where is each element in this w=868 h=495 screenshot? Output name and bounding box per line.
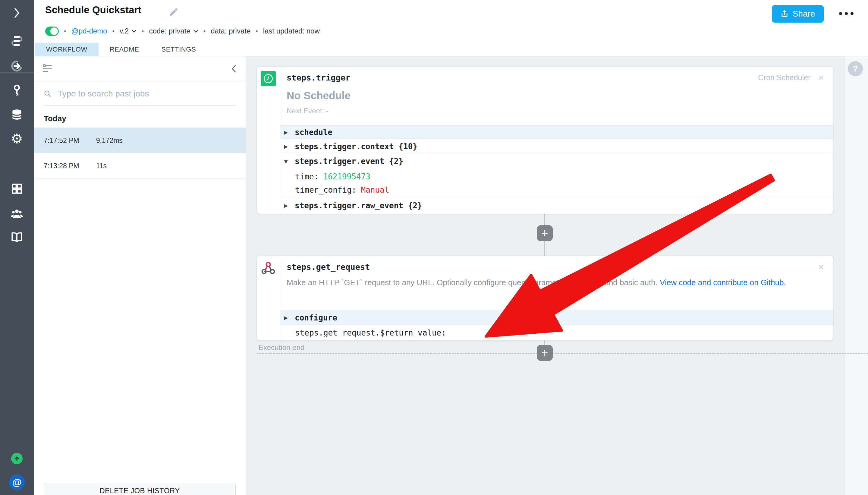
event-children: time: 1621995473 timer_config: Manual (280, 169, 833, 197)
tab-settings[interactable]: SETTINGS (151, 43, 207, 56)
more-menu-button[interactable] (839, 12, 853, 15)
version-label: v.2 (120, 27, 129, 35)
tree-row-context[interactable]: ▶ steps.trigger.context {10} (280, 139, 833, 154)
owner-link[interactable]: @pd-demo (71, 27, 107, 35)
tree-row-configure[interactable]: ▶ configure (280, 310, 833, 325)
app-sidebar: ⚙ @ (0, 0, 34, 495)
plus-icon: + (541, 226, 548, 240)
trigger-step-name: steps.trigger (287, 73, 350, 82)
cron-scheduler-icon (261, 71, 276, 86)
key-icon (10, 84, 23, 97)
trigger-card-header: steps.trigger Cron Scheduler × (280, 67, 833, 82)
share-button-label: Share (793, 9, 815, 19)
remove-step-button[interactable]: × (818, 262, 824, 272)
job-row[interactable]: 7:13:28 PM 11s (34, 153, 246, 179)
chevron-down-icon (193, 30, 198, 33)
sidebar-item-docs[interactable] (0, 230, 34, 244)
sidebar-item-upgrade[interactable] (0, 453, 34, 464)
job-time: 7:13:28 PM (44, 162, 79, 170)
account-at-glyph: @ (12, 477, 21, 488)
trigger-app-label: Cron Scheduler (758, 73, 811, 82)
data-visibility-label: data: private (211, 27, 250, 35)
event-child-row: timer_config: Manual (280, 183, 833, 197)
event-key: timer_config: (295, 185, 357, 194)
bullet-separator: • (256, 28, 258, 35)
deploy-toggle[interactable] (45, 27, 59, 36)
job-duration: 11s (96, 162, 107, 170)
sidebar-item-workflows[interactable] (0, 34, 34, 48)
description-text: Make an HTTP `GET` request to any URL. O… (287, 278, 658, 287)
tree-row-label: schedule (295, 128, 332, 137)
tab-readme[interactable]: README (99, 43, 151, 56)
webhook-icon (261, 260, 276, 275)
remove-trigger-button[interactable]: × (818, 73, 824, 82)
sidebar-item-auth[interactable] (0, 84, 34, 97)
share-button[interactable]: Share (772, 5, 824, 23)
sidebar-item-account[interactable]: @ (0, 475, 34, 490)
job-row[interactable]: 7:17:52 PM 9,172ms (34, 128, 246, 153)
execution-end-line (257, 353, 868, 354)
job-search-input[interactable] (57, 89, 236, 99)
tab-workflow[interactable]: WORKFLOW (35, 43, 99, 56)
pencil-icon (169, 7, 179, 17)
chevron-down-icon (132, 30, 137, 33)
job-search-row (44, 89, 236, 106)
filter-icon[interactable] (42, 64, 52, 73)
expand-arrow-icon: ▶ (284, 129, 295, 135)
plus-icon: + (541, 346, 548, 360)
sidebar-item-sql[interactable] (0, 108, 34, 121)
upgrade-icon (11, 453, 23, 464)
workflow-header: Schedule Quickstart Share • @pd-demo • v… (34, 0, 868, 43)
sidebar-item-community[interactable] (0, 206, 34, 221)
workflow-tabs: WORKFLOW README SETTINGS (34, 43, 868, 56)
job-panel-header (34, 56, 246, 81)
tree-row-return-value[interactable]: steps.get_request.$return_value: (280, 325, 833, 341)
last-updated-label: last updated: now (263, 27, 320, 35)
expand-arrow-icon: ▶ (284, 203, 295, 209)
event-value: 1621995473 (323, 172, 370, 181)
gear-icon: ⚙ (11, 132, 23, 145)
sidebar-item-apps[interactable] (0, 182, 34, 195)
question-mark-icon: ? (853, 64, 858, 73)
add-step-button[interactable]: + (537, 345, 553, 361)
trigger-observation-tree: ▶ schedule ▶ steps.trigger.context {10} … (280, 125, 833, 214)
step-icon-gutter (257, 67, 280, 214)
edit-title-button[interactable] (169, 7, 179, 17)
sidebar-item-settings[interactable]: ⚙ (0, 132, 34, 145)
collapse-arrow-icon: ▼ (284, 158, 295, 164)
workflow-meta-row: • @pd-demo • v.2 • code: private • data:… (45, 25, 320, 37)
book-icon (10, 230, 24, 244)
http-card-content: steps.get_request × Make an HTTP `GET` r… (280, 256, 833, 340)
expand-sidebar-button[interactable] (0, 7, 34, 19)
bullet-separator: • (112, 28, 114, 35)
version-dropdown[interactable]: v.2 (120, 27, 137, 35)
collapse-panel-icon[interactable] (230, 64, 237, 73)
tree-row-schedule[interactable]: ▶ schedule (280, 125, 833, 139)
view-code-link[interactable]: View code and contribute on Github. (660, 278, 786, 287)
tree-row-raw-event[interactable]: ▶ steps.trigger.raw_event {2} (280, 197, 833, 214)
job-duration: 9,172ms (96, 137, 123, 145)
event-value: Manual (361, 185, 389, 194)
share-icon (781, 10, 788, 18)
sidebar-item-event-sources[interactable] (0, 59, 34, 73)
event-source-icon (10, 59, 24, 73)
dot-icon (851, 12, 853, 15)
code-visibility-dropdown[interactable]: code: private (149, 27, 198, 35)
delete-job-history-button[interactable]: DELETE JOB HISTORY (44, 483, 236, 495)
dot-icon (845, 12, 848, 15)
step-icon-gutter (257, 256, 280, 340)
tree-row-event[interactable]: ▼ steps.trigger.event {2} (280, 154, 833, 169)
bullet-separator: • (64, 28, 66, 35)
page-title: Schedule Quickstart (45, 4, 141, 16)
tree-row-label: steps.trigger.raw_event {2} (295, 201, 422, 210)
bullet-separator: • (204, 28, 206, 35)
tree-row-label: configure (295, 313, 337, 322)
database-icon (10, 108, 23, 121)
trigger-step-card: steps.trigger Cron Scheduler × No Schedu… (257, 66, 833, 214)
help-button[interactable]: ? (848, 61, 863, 76)
bullet-separator: • (142, 28, 144, 35)
job-history-panel: Today 7:17:52 PM 9,172ms 7:13:28 PM 11s … (34, 56, 246, 495)
tree-row-label: steps.trigger.event {2} (295, 157, 403, 166)
canvas-right-gutter (845, 56, 868, 495)
add-step-button[interactable]: + (537, 225, 553, 241)
